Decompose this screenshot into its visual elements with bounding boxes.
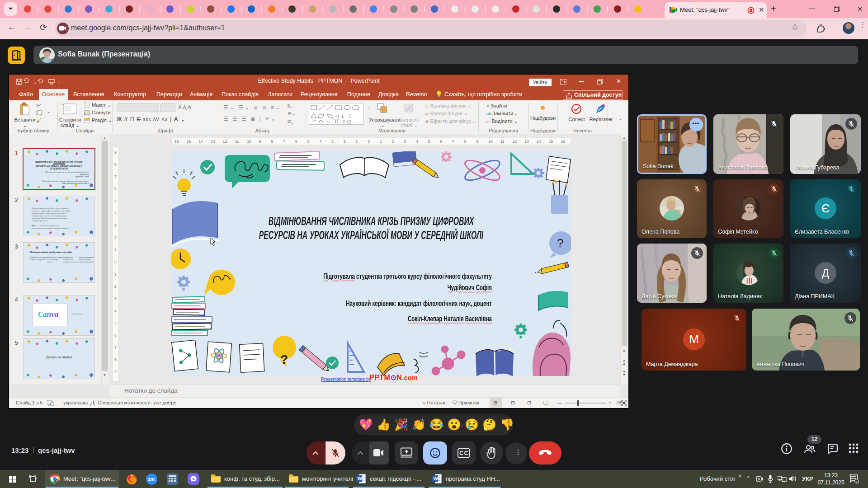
- svg-text:?: ?: [280, 352, 288, 366]
- svg-text:W: W: [358, 476, 363, 481]
- svg-text:1: 1: [856, 480, 858, 484]
- svg-text:W: W: [434, 476, 439, 481]
- svg-text:?: ?: [557, 236, 563, 250]
